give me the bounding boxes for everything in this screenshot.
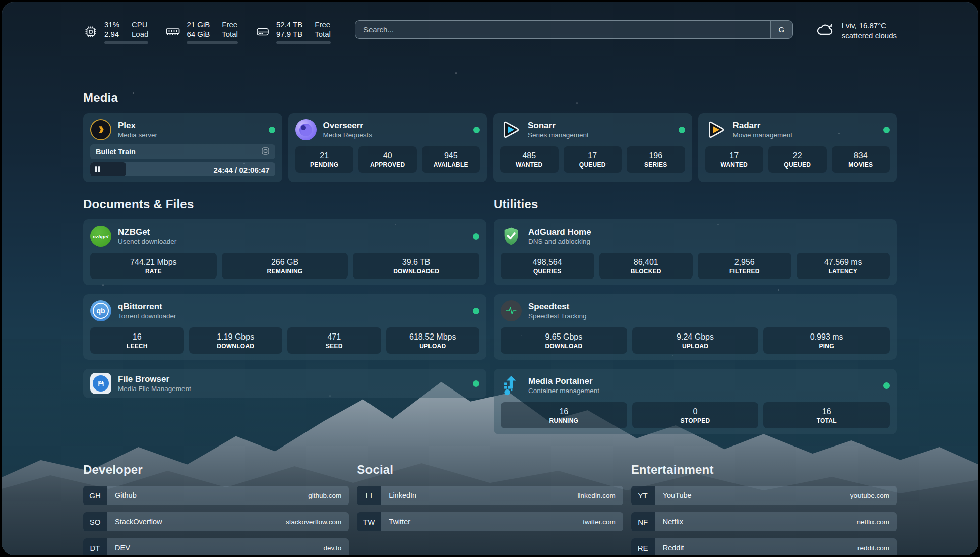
service-name: Speedtest [528, 302, 587, 312]
memory-total-label: Total [222, 29, 238, 39]
stat-tile: 16 LEECH [90, 327, 184, 354]
service-card-adguard[interactable]: AdGuard Home DNS and adblocking 498,564 … [494, 219, 897, 285]
weather-widget: Lviv, 16.87°C scattered clouds [815, 21, 897, 41]
cpu-usage: 31% [104, 20, 119, 29]
stat-tile: 39.6 TB DOWNLOADED [353, 253, 479, 279]
bookmark-label: LinkedIn [381, 486, 416, 505]
bookmarks-social: Social LI LinkedIn linkedin.com TW Twitt… [357, 463, 623, 555]
bookmark-url: netflix.com [856, 512, 897, 531]
disk-progress-bar [276, 41, 331, 44]
stat-tile: 744.21 Mbps RATE [90, 253, 217, 279]
plex-logo-icon [90, 119, 111, 140]
service-name: AdGuard Home [528, 227, 591, 237]
bookmark-github[interactable]: GH Github github.com [83, 486, 349, 505]
section-title-utilities: Utilities [494, 197, 897, 211]
bookmark-linkedin[interactable]: LI LinkedIn linkedin.com [357, 486, 623, 505]
service-name: NZBGet [118, 227, 176, 237]
bookmark-youtube[interactable]: YT YouTube youtube.com [631, 486, 897, 505]
plex-playback-progress: 24:44 / 02:06:47 [90, 162, 275, 176]
status-dot-online [269, 127, 275, 133]
weather-condition: scattered clouds [842, 31, 897, 41]
bookmark-abbr: DT [83, 538, 107, 555]
service-subtitle: Series management [528, 131, 589, 139]
bookmark-label: Reddit [655, 538, 684, 555]
service-card-plex[interactable]: Plex Media server Bullet Train [83, 113, 282, 182]
memory-free: 21 GiB [187, 20, 210, 29]
adguard-logo-icon [501, 226, 522, 247]
service-name: File Browser [118, 374, 191, 384]
disk-total-label: Total [315, 29, 331, 39]
service-card-filebrowser[interactable]: File Browser Media File Management [83, 369, 486, 398]
bookmark-dev[interactable]: DT DEV dev.to [83, 538, 349, 555]
bookmarks-entertainment: Entertainment YT YouTube youtube.com NF … [631, 463, 897, 555]
disk-icon [255, 26, 270, 37]
utilities-column: Utilities [494, 197, 897, 434]
plex-playback-time: 24:44 / 02:06:47 [214, 165, 270, 174]
search-bar: G [355, 20, 793, 39]
service-subtitle: Speedtest Tracking [528, 312, 587, 320]
service-subtitle: DNS and adblocking [528, 238, 591, 245]
service-subtitle: Media server [118, 131, 157, 139]
service-card-sonarr[interactable]: Sonarr Series management 485 WANTED 17 Q… [493, 113, 692, 182]
cpu-load-label: Load [132, 29, 148, 39]
service-name: Radarr [733, 121, 793, 131]
cloud-icon [815, 22, 835, 39]
bookmark-abbr: YT [631, 486, 655, 505]
service-name: Overseerr [323, 121, 373, 131]
service-card-overseerr[interactable]: Overseerr Media Requests 21 PENDING 40 A… [288, 113, 487, 182]
bookmark-twitter[interactable]: TW Twitter twitter.com [357, 512, 623, 531]
bookmark-url: github.com [308, 486, 349, 505]
section-title-documents: Documents & Files [83, 197, 486, 211]
section-title-media: Media [83, 91, 897, 105]
memory-stats: 21 GiB Free 64 GiB Total [187, 20, 238, 44]
stat-tile: 22 QUEUED [768, 146, 827, 173]
radarr-logo-icon [705, 119, 726, 140]
service-name: qBittorrent [118, 302, 176, 312]
bookmarks-developer: Developer GH Github github.com SO StackO… [83, 463, 349, 555]
service-card-qbittorrent[interactable]: qb qBittorrent Torrent downloader 16 LEE… [83, 294, 486, 360]
bookmark-netflix[interactable]: NF Netflix netflix.com [631, 512, 897, 531]
app-window: 31% CPU 2.94 Load [2, 2, 978, 555]
stat-tile: 21 PENDING [295, 146, 354, 173]
pause-icon[interactable] [95, 166, 100, 172]
qbittorrent-logo-icon: qb [90, 300, 111, 321]
bookmark-abbr: SO [83, 512, 107, 531]
disk-free-label: Free [315, 20, 331, 29]
bookmark-abbr: LI [357, 486, 381, 505]
stat-tile: 618.52 Mbps UPLOAD [386, 327, 480, 354]
speedtest-logo-icon [501, 300, 522, 321]
cpu-icon [83, 25, 98, 39]
stat-tile: 485 WANTED [500, 146, 559, 173]
portainer-logo-icon [501, 375, 522, 396]
stat-tile: 9.65 Gbps DOWNLOAD [501, 327, 627, 354]
search-provider-button[interactable]: G [770, 21, 792, 38]
service-card-speedtest[interactable]: Speedtest Speedtest Tracking 9.65 Gbps D… [494, 294, 897, 360]
now-playing-options-icon[interactable] [261, 147, 270, 157]
stat-tile: 1.19 Gbps DOWNLOAD [189, 327, 283, 354]
bookmark-stackoverflow[interactable]: SO StackOverflow stackoverflow.com [83, 512, 349, 531]
service-name: Media Portainer [528, 376, 599, 386]
service-card-radarr[interactable]: Radarr Movie management 17 WANTED 22 QUE… [698, 113, 897, 182]
search-input[interactable] [355, 20, 793, 39]
service-card-portainer[interactable]: Media Portainer Container management 16 … [494, 369, 897, 434]
service-subtitle: Container management [528, 387, 599, 395]
status-dot-online [883, 382, 890, 389]
service-card-nzbget[interactable]: nzbget NZBGet Usenet downloader 744.21 M… [83, 219, 486, 285]
status-dot-online [473, 308, 479, 314]
stat-tile: 47.569 ms LATENCY [797, 253, 890, 279]
bookmark-reddit[interactable]: RE Reddit reddit.com [631, 538, 897, 555]
bookmark-abbr: RE [631, 538, 655, 555]
disk-total: 97.9 TB [276, 29, 302, 39]
weather-location-temp: Lviv, 16.87°C [842, 21, 897, 31]
bookmark-url: dev.to [324, 538, 349, 555]
stat-tile: 17 QUEUED [564, 146, 622, 173]
bookmark-label: Twitter [381, 512, 410, 531]
bookmark-url: stackoverflow.com [286, 512, 349, 531]
bookmark-url: youtube.com [850, 486, 897, 505]
stat-tile: 86,401 BLOCKED [599, 253, 693, 279]
memory-free-label: Free [222, 20, 238, 29]
nzbget-logo-icon: nzbget [90, 226, 111, 247]
bookmark-abbr: NF [631, 512, 655, 531]
overseerr-logo-icon [295, 119, 317, 140]
bookmark-label: StackOverflow [107, 512, 162, 531]
